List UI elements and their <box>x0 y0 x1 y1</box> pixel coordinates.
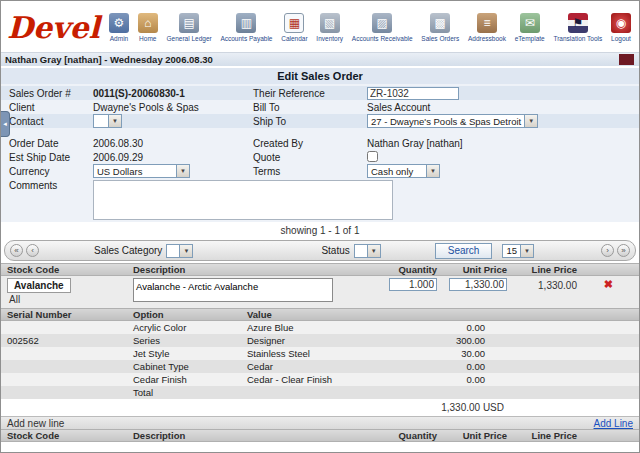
col-description: Description <box>133 264 379 275</box>
home-icon: ⌂ <box>138 13 158 33</box>
add-line-link[interactable]: Add Line <box>594 418 639 429</box>
form-row: Comments <box>1 178 639 220</box>
chevron-down-icon: ▼ <box>367 245 380 257</box>
nav-item-sales-orders[interactable]: ▩ Sales Orders <box>421 13 459 42</box>
bill-to-label: Bill To <box>253 102 367 113</box>
order-date-label: Order Date <box>9 138 93 149</box>
etemplate-icon: ✉ <box>520 13 540 33</box>
inventory-icon: ▧ <box>320 13 340 33</box>
stock-code-button[interactable]: Avalanche <box>7 278 71 293</box>
nav-item-home[interactable]: ⌂ Home <box>138 13 158 42</box>
quote-checkbox[interactable] <box>367 151 378 162</box>
client-label: Client <box>9 102 93 113</box>
add-new-line-label: Add new line <box>1 418 64 429</box>
translation-tools-icon: ⚑ <box>568 13 588 33</box>
option-price: 30.00 <box>415 348 485 359</box>
order-total: 1,330.00 USD <box>1 399 639 416</box>
option-price: 0.00 <box>415 322 485 333</box>
form-row: Sales Order # 0011(S)-20060830-1 Their R… <box>1 86 639 100</box>
ship-to-label: Ship To <box>253 116 367 127</box>
option-value: Stainless Steel <box>247 348 415 359</box>
line-price-value: 1,330.00 <box>507 278 577 291</box>
userbar-accent-block <box>619 54 634 65</box>
prev-page-icon[interactable]: ‹ <box>26 244 39 257</box>
sidebar-collapse-tab[interactable]: ◂ <box>1 111 10 137</box>
created-by-label: Created By <box>253 138 367 149</box>
page-size-select[interactable]: 15 ▼ <box>502 244 534 258</box>
their-reference-input[interactable] <box>367 87 459 100</box>
nav-item-inventory[interactable]: ▧ Inventory <box>316 13 343 42</box>
nav-item-translation-tools[interactable]: ⚑ Translation Tools <box>553 13 602 42</box>
comments-textarea[interactable] <box>93 180 393 220</box>
currency-label: Currency <box>9 166 93 177</box>
sales-order-label: Sales Order # <box>9 88 93 99</box>
first-page-icon[interactable]: « <box>10 244 23 257</box>
form-row: Est Ship Date 2006.09.29 Quote <box>1 150 639 164</box>
form-spacer <box>1 128 639 136</box>
nav-label: Inventory <box>316 35 343 42</box>
line-table-header: Stock Code Description Quantity Unit Pri… <box>1 263 639 276</box>
add-line-bar: Add new line Add Line <box>1 416 639 429</box>
nav-item-accounts-payable[interactable]: ▥ Accounts Payable <box>220 13 272 42</box>
options-table-header: Serial Number Option Value <box>1 308 639 321</box>
option-name: Jet Style <box>133 348 247 359</box>
search-button[interactable]: Search <box>435 243 493 259</box>
filter-bar: « ‹ Sales Category ▼ Status ▼ Search 15 … <box>4 240 636 261</box>
status-select[interactable]: ▼ <box>354 244 381 258</box>
form-row: Order Date 2006.08.30 Created By Nathan … <box>1 136 639 150</box>
form-row: Currency US Dollars ▼ Terms Cash only ▼ <box>1 164 639 178</box>
chevron-down-icon: ▼ <box>520 245 533 257</box>
option-value: Designer <box>247 335 415 346</box>
nav-label: Logout <box>611 35 631 42</box>
chevron-down-icon: ▼ <box>426 165 439 177</box>
form-row: Client Dwayne's Pools & Spas Bill To Sal… <box>1 100 639 114</box>
currency-select[interactable]: US Dollars ▼ <box>93 164 190 178</box>
contact-select[interactable]: ▼ <box>93 114 122 128</box>
calendar-icon: ▦ <box>284 13 304 33</box>
nav-item-general-ledger[interactable]: ▤ General Ledger <box>167 13 212 42</box>
admin-icon: ⚙ <box>109 13 129 33</box>
addressbook-icon: ≡ <box>477 13 497 33</box>
line-item-row: Avalanche All Avalanche - Arctic Avalanc… <box>1 276 639 308</box>
terms-select[interactable]: Cash only ▼ <box>367 164 440 178</box>
nav-item-accounts-receivable[interactable]: ▨ Accounts Receivable <box>352 13 413 42</box>
nav-label: Home <box>139 35 156 42</box>
page-title: Edit Sales Order <box>277 70 363 82</box>
col-quantity: Quantity <box>379 430 437 441</box>
ship-to-select[interactable]: 27 - Dwayne's Pools & Spas Detroit ▼ <box>367 114 538 128</box>
nav-item-admin[interactable]: ⚙ Admin <box>109 13 129 42</box>
next-page-icon[interactable]: › <box>601 244 614 257</box>
status-label: Status <box>321 245 349 256</box>
top-toolbar: Devel ⚙ Admin ⌂ Home ▤ General Ledger ▥ … <box>1 1 639 53</box>
sales-category-select[interactable]: ▼ <box>166 244 193 258</box>
line-description-textarea[interactable]: Avalanche - Arctic Avalanche <box>133 278 333 302</box>
their-reference-label: Their Reference <box>253 88 367 99</box>
nav-item-logout[interactable]: ◉ Logout <box>611 13 631 42</box>
paging-summary: showing 1 - 1 of 1 <box>1 222 639 238</box>
nav-item-calendar[interactable]: ▦ Calendar <box>281 13 307 42</box>
delete-line-icon[interactable]: ✖ <box>604 278 613 290</box>
client-value: Dwayne's Pools & Spas <box>93 102 253 113</box>
option-price: 0.00 <box>415 374 485 385</box>
order-date-value: 2006.08.30 <box>93 138 253 149</box>
chevron-down-icon: ▼ <box>524 115 537 127</box>
option-price: 0.00 <box>415 361 485 372</box>
chevron-down-icon: ▼ <box>179 245 192 257</box>
unit-price-input[interactable] <box>449 278 507 291</box>
bill-to-value: Sales Account <box>367 102 639 113</box>
last-page-icon[interactable]: » <box>617 244 630 257</box>
option-row: Acrylic Color Azure Blue 0.00 <box>1 321 639 334</box>
contact-label: Contact <box>9 116 93 127</box>
nav-item-etemplate[interactable]: ✉ eTemplate <box>515 13 545 42</box>
stock-warehouse: All <box>9 294 133 305</box>
accounts-payable-icon: ▥ <box>236 13 256 33</box>
quantity-input[interactable] <box>389 278 437 291</box>
sales-category-label: Sales Category <box>94 245 162 256</box>
nav-label: Accounts Payable <box>220 35 272 42</box>
order-form: Sales Order # 0011(S)-20060830-1 Their R… <box>1 84 639 222</box>
col-quantity: Quantity <box>379 264 437 275</box>
nav-item-addressbook[interactable]: ≡ Addressbook <box>468 13 506 42</box>
option-row: 002562 Series Designer 300.00 <box>1 334 639 347</box>
option-name: Cedar Finish <box>133 374 247 385</box>
quote-label: Quote <box>253 152 367 163</box>
